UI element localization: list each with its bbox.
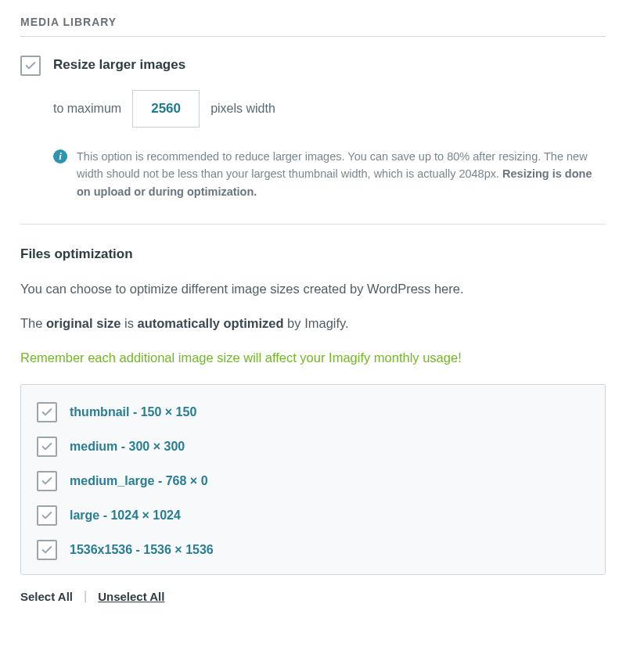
check-icon bbox=[41, 440, 53, 453]
desc2-suffix: by Imagify. bbox=[284, 316, 349, 330]
resize-prefix: to maximum bbox=[53, 102, 121, 116]
section-title: MEDIA LIBRARY bbox=[20, 16, 606, 37]
size-checkbox-medium[interactable] bbox=[37, 437, 57, 457]
size-checkbox-medium-large[interactable] bbox=[37, 471, 57, 491]
check-icon bbox=[41, 509, 53, 522]
sizes-panel: thumbnail - 150 × 150 medium - 300 × 300… bbox=[20, 384, 606, 575]
resize-inputs: to maximum pixels width bbox=[53, 90, 606, 128]
check-icon bbox=[41, 475, 53, 487]
size-label: medium_large - 768 × 0 bbox=[70, 474, 208, 488]
size-row-large: large - 1024 × 1024 bbox=[37, 505, 589, 526]
files-optimization-title: Files optimization bbox=[20, 246, 606, 262]
size-row-1536: 1536x1536 - 1536 × 1536 bbox=[37, 540, 589, 560]
resize-label: Resize larger images bbox=[53, 56, 185, 73]
bulk-actions: Select All | Unselect All bbox=[20, 589, 606, 603]
divider bbox=[20, 224, 606, 225]
size-label: 1536x1536 - 1536 × 1536 bbox=[70, 543, 214, 557]
resize-suffix: pixels width bbox=[210, 102, 275, 116]
desc2-prefix: The bbox=[20, 316, 46, 330]
check-icon bbox=[41, 406, 53, 419]
bulk-separator: | bbox=[84, 589, 87, 603]
unselect-all-link[interactable]: Unselect All bbox=[98, 590, 164, 603]
size-row-thumbnail: thumbnail - 150 × 150 bbox=[37, 402, 589, 422]
files-optimization-desc2: The original size is automatically optim… bbox=[20, 314, 606, 334]
info-text: This option is recommended to reduce lar… bbox=[77, 148, 606, 200]
size-checkbox-large[interactable] bbox=[37, 505, 57, 526]
desc2-b1: original size bbox=[46, 316, 121, 330]
check-icon bbox=[24, 59, 37, 72]
size-label: medium - 300 × 300 bbox=[70, 440, 185, 454]
desc2-mid: is bbox=[121, 316, 137, 330]
size-row-medium-large: medium_large - 768 × 0 bbox=[37, 471, 589, 491]
size-checkbox-thumbnail[interactable] bbox=[37, 402, 57, 422]
size-checkbox-1536[interactable] bbox=[37, 540, 57, 560]
resize-width-input[interactable] bbox=[132, 90, 200, 128]
check-icon bbox=[41, 544, 53, 556]
files-optimization-desc1: You can choose to optimize different ima… bbox=[20, 279, 606, 300]
setting-row-resize: Resize larger images bbox=[20, 56, 606, 76]
size-label: thumbnail - 150 × 150 bbox=[70, 405, 196, 419]
info-icon: i bbox=[53, 149, 67, 164]
resize-checkbox[interactable] bbox=[20, 56, 41, 76]
desc2-b2: automatically optimized bbox=[137, 316, 283, 330]
info-row: i This option is recommended to reduce l… bbox=[53, 148, 606, 200]
select-all-link[interactable]: Select All bbox=[20, 590, 73, 603]
size-row-medium: medium - 300 × 300 bbox=[37, 437, 589, 457]
size-label: large - 1024 × 1024 bbox=[70, 508, 181, 523]
files-optimization-warning: Remember each additional image size will… bbox=[20, 348, 606, 368]
